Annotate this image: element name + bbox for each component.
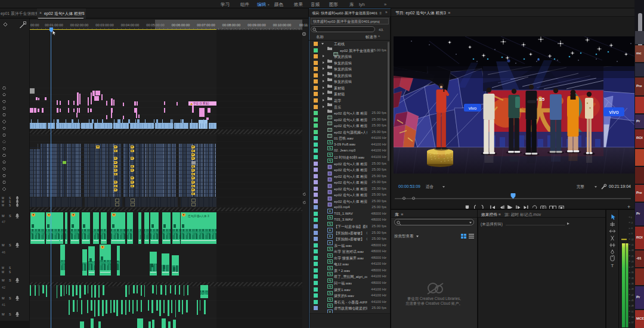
svg-text:M: M bbox=[2, 197, 4, 200]
svg-text:41: 41 bbox=[2, 303, 5, 307]
svg-text:M: M bbox=[2, 279, 5, 282]
svg-text:-12: -12 bbox=[631, 239, 634, 241]
svg-text:-9: -9 bbox=[631, 233, 633, 235]
svg-text:42: 42 bbox=[2, 286, 5, 289]
svg-text:00:07:00:00: 00:07:00:00 bbox=[197, 23, 215, 27]
svg-text:T: T bbox=[611, 263, 614, 268]
svg-text:-48: -48 bbox=[631, 305, 634, 307]
svg-text:46: 46 bbox=[2, 250, 5, 254]
svg-text:00:11:00:0: 00:11:00:0 bbox=[299, 23, 308, 27]
svg-text:M: M bbox=[2, 271, 4, 274]
svg-text:-42: -42 bbox=[631, 294, 634, 296]
svg-text:0: 0 bbox=[631, 216, 632, 219]
svg-text:S: S bbox=[9, 312, 11, 316]
svg-text:M: M bbox=[2, 200, 4, 203]
svg-text:vivo: vivo bbox=[609, 109, 618, 115]
svg-text:-33: -33 bbox=[631, 277, 634, 280]
svg-text:47: 47 bbox=[2, 220, 5, 224]
svg-text:-21: -21 bbox=[631, 255, 634, 258]
svg-text:S: S bbox=[9, 279, 11, 282]
svg-text:M: M bbox=[2, 243, 5, 247]
svg-text:M: M bbox=[2, 312, 5, 316]
svg-text:S: S bbox=[9, 271, 11, 274]
svg-text:-36: -36 bbox=[631, 283, 634, 285]
svg-text:-39: -39 bbox=[631, 288, 634, 290]
svg-text:00:09:00:00: 00:09:00:00 bbox=[247, 23, 266, 27]
svg-text:字幕 (1 重复): 字幕 (1 重复) bbox=[193, 101, 209, 106]
svg-text:00:03:00:00: 00:03:00:00 bbox=[95, 23, 114, 27]
svg-text:-45: -45 bbox=[631, 299, 634, 302]
svg-text:-51: -51 bbox=[631, 311, 634, 313]
svg-text:S: S bbox=[9, 204, 11, 207]
svg-text:-18: -18 bbox=[631, 249, 634, 252]
svg-text:00:04:00:00: 00:04:00:00 bbox=[121, 23, 140, 27]
svg-text:-24: -24 bbox=[631, 261, 634, 263]
svg-text:S: S bbox=[9, 197, 11, 200]
svg-text:S: S bbox=[9, 200, 11, 203]
svg-text:S: S bbox=[9, 267, 11, 270]
svg-text:00:05:00:00: 00:05:00:00 bbox=[146, 23, 165, 27]
svg-text:S: S bbox=[9, 243, 11, 247]
svg-text:M: M bbox=[2, 214, 5, 218]
svg-text:-6: -6 bbox=[631, 227, 633, 230]
svg-text:vivo: vivo bbox=[469, 106, 476, 111]
svg-text:-30: -30 bbox=[631, 271, 634, 274]
svg-text:00:01:00:00: 00:01:00:00 bbox=[45, 23, 63, 27]
svg-text:-3: -3 bbox=[631, 222, 633, 224]
svg-text:M: M bbox=[2, 296, 5, 300]
svg-text:00:02:00:00: 00:02:00:00 bbox=[70, 23, 89, 27]
svg-text:-15: -15 bbox=[631, 244, 634, 246]
svg-text:M: M bbox=[2, 204, 4, 207]
svg-text:M: M bbox=[2, 267, 4, 270]
svg-text:00:06:00:00: 00:06:00:00 bbox=[172, 23, 190, 27]
svg-text:S: S bbox=[9, 214, 11, 218]
svg-text:00:08:00:00: 00:08:00:00 bbox=[222, 23, 241, 27]
svg-text:-54: -54 bbox=[631, 316, 634, 318]
svg-text:00:00: 00:00 bbox=[30, 23, 39, 27]
svg-text:S: S bbox=[9, 296, 11, 300]
svg-text:-57: -57 bbox=[631, 321, 634, 324]
svg-text:-27: -27 bbox=[631, 266, 634, 268]
svg-text:00:10:00:00: 00:10:00:00 bbox=[273, 23, 292, 27]
